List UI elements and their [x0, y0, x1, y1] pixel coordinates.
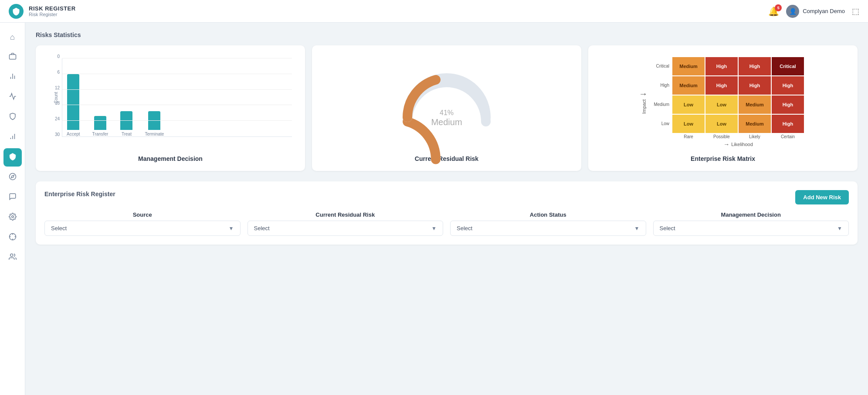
notification-badge: 5 [775, 4, 782, 11]
source-select[interactable]: Select ▼ [44, 221, 241, 236]
action-status-chevron-icon: ▼ [634, 225, 640, 232]
action-status-select[interactable]: Select ▼ [450, 221, 646, 236]
filter-action-status: Action Status Select ▼ [450, 211, 646, 236]
bottom-header: Enterprise Risk Register Add New Risk [44, 190, 849, 204]
logo-block: RISK REGISTER Risk Register [9, 4, 76, 19]
app-subtitle: Risk Register [29, 12, 76, 17]
sidebar-item-gear[interactable] [3, 228, 22, 247]
sidebar-item-settings[interactable] [3, 208, 22, 227]
user-name: Complyan Demo [803, 8, 845, 14]
x-label-rare: Rare [672, 134, 705, 139]
home-icon: ⌂ [10, 33, 15, 42]
cell-critical-likely: High [738, 57, 771, 76]
y-label-high: High [649, 83, 672, 88]
sidebar-item-chart[interactable] [3, 88, 22, 106]
bar-transfer: Transfer [92, 116, 108, 136]
bar-treat-label: Treat [122, 132, 132, 136]
chat-icon [9, 193, 17, 203]
management-decision-select[interactable]: Select ▼ [653, 221, 849, 236]
settings-icon [9, 213, 17, 223]
management-decision-chevron-icon: ▼ [837, 225, 842, 232]
y-label-critical: Critical [649, 64, 672, 68]
main-content: Risks Statistics 30 24 18 12 6 0 [25, 23, 868, 395]
sidebar-item-risk[interactable] [3, 148, 22, 167]
likelihood-label: Likelihood [731, 142, 753, 147]
bar-terminate: Terminate [145, 111, 164, 136]
logo-icon [9, 4, 24, 19]
chart-icon [9, 92, 17, 102]
y-axis-label: Count [54, 92, 58, 103]
management-decision-select-text: Select [660, 225, 675, 232]
risk-icon [9, 153, 17, 163]
enterprise-section: Enterprise Risk Register Add New Risk So… [36, 181, 858, 245]
bar-accept-label: Accept [67, 132, 80, 136]
compass-icon [9, 173, 17, 183]
filter-residual-risk: Current Residual Risk Select ▼ [248, 211, 444, 236]
y-label-0: 0 [57, 54, 60, 59]
source-select-text: Select [51, 225, 67, 232]
residual-risk-select[interactable]: Select ▼ [248, 221, 444, 236]
bar-accept: Accept [67, 74, 80, 136]
action-status-filter-label: Action Status [450, 211, 646, 218]
residual-risk-select-text: Select [254, 225, 270, 232]
matrix-container: ↑ Impact Critical Medium [597, 54, 849, 150]
briefcase-icon [9, 52, 17, 62]
y-label-30: 30 [55, 132, 60, 137]
x-label-likely: Likely [738, 134, 771, 139]
residual-risk-filter-label: Current Residual Risk [248, 211, 444, 218]
risk-matrix-card: ↑ Impact Critical Medium [588, 45, 858, 171]
sidebar: ⌂ [0, 23, 25, 395]
source-chevron-icon: ▼ [229, 225, 234, 232]
sidebar-item-analytics[interactable] [3, 68, 22, 86]
enterprise-title: Enterprise Risk Register [44, 191, 115, 198]
sidebar-item-home[interactable]: ⌂ [3, 28, 22, 46]
cell-low-likely: Medium [738, 114, 771, 133]
analytics-icon [9, 72, 17, 82]
sidebar-item-briefcase[interactable] [3, 48, 22, 66]
bar-chart-icon [9, 133, 17, 143]
user-info[interactable]: 👤 Complyan Demo [786, 5, 845, 18]
sidebar-item-shield[interactable] [3, 108, 22, 126]
svg-point-10 [10, 254, 13, 256]
y-label-6: 6 [57, 70, 60, 75]
sidebar-item-bar-chart[interactable] [3, 128, 22, 146]
gauge-chart-title: Current Residual Risk [321, 155, 573, 162]
shield-icon [9, 112, 17, 123]
matrix-title: Enterprise Risk Matrix [597, 155, 849, 162]
app-header: RISK REGISTER Risk Register 🔔 5 👤 Comply… [0, 0, 868, 23]
bar-chart-title: Management Decision [44, 155, 296, 162]
cell-high-possible: High [705, 76, 738, 95]
bar-chart-area: Accept Transfer Treat Terminate [62, 58, 292, 137]
cell-low-certain: High [771, 114, 804, 133]
stats-section-title: Risks Statistics [36, 31, 858, 38]
gauge-svg-overlay: 41% Medium [399, 69, 495, 130]
source-filter-label: Source [44, 211, 241, 218]
y-label-24: 24 [55, 116, 60, 121]
gear-icon [9, 233, 17, 243]
cell-high-rare: Medium [672, 76, 705, 95]
action-status-select-text: Select [457, 225, 472, 232]
sidebar-item-compass[interactable] [3, 168, 22, 187]
cell-low-rare: Low [672, 114, 705, 133]
stats-grid: 30 24 18 12 6 0 [36, 45, 858, 171]
filter-management-decision: Management Decision Select ▼ [653, 211, 849, 236]
cell-critical-rare: Medium [672, 57, 705, 76]
gauge-container: 41% Medium [321, 54, 573, 150]
logout-icon: ⬚ [852, 7, 859, 16]
bar-terminate-label: Terminate [145, 132, 164, 136]
residual-risk-chevron-icon: ▼ [431, 225, 437, 232]
svg-point-7 [9, 173, 16, 180]
notification-button[interactable]: 🔔 5 [768, 6, 779, 17]
add-new-risk-button[interactable]: Add New Risk [795, 190, 849, 204]
sidebar-item-users[interactable] [3, 249, 22, 267]
sidebar-item-chat[interactable] [3, 188, 22, 207]
likelihood-arrow: → [723, 141, 729, 148]
impact-arrow: ↑ [640, 92, 648, 96]
header-title-block: RISK REGISTER Risk Register [29, 5, 76, 17]
cell-high-certain: High [771, 76, 804, 95]
cell-low-possible: Low [705, 114, 738, 133]
bar-accept-bar [67, 74, 79, 130]
logout-button[interactable]: ⬚ [852, 7, 859, 16]
bar-chart-container: 30 24 18 12 6 0 [44, 54, 296, 150]
x-label-possible: Possible [705, 134, 738, 139]
